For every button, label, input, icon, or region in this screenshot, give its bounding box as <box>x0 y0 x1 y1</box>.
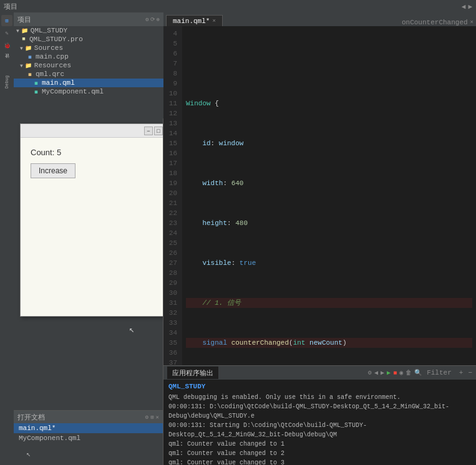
ln-29: 29 <box>163 278 180 288</box>
back-icon[interactable]: ◀ <box>374 369 378 376</box>
preview-area: − □ × Count: 5 Increase ↖ <box>14 118 163 410</box>
sources-folder-icon: 📁 <box>25 44 32 52</box>
tree-qml-qrc[interactable]: ◼ qml.qrc <box>14 70 163 79</box>
open-docs-panel: 打开文档 ⚙ ⊞ ✕ main.qml* MyComponent.qml ↖ <box>14 410 163 465</box>
ln-30: 30 <box>163 288 180 298</box>
filter-output-label[interactable]: Filter <box>427 369 452 376</box>
search-output-icon[interactable]: 🔍 <box>414 369 422 376</box>
nav-back-icon[interactable]: ◀ <box>462 2 466 11</box>
tab-main-qml-label: main.qml* <box>173 17 210 25</box>
play-icon[interactable]: ▶ <box>387 369 391 376</box>
open-docs-icon1[interactable]: ⚙ <box>145 414 148 421</box>
sidebar-project-icon[interactable]: ⊞ <box>1 15 12 26</box>
ln-33: 33 <box>163 318 180 328</box>
open-docs-icons: ⚙ ⊞ ✕ <box>145 414 159 421</box>
output-tab-app[interactable]: 应用程序输出 <box>167 367 218 379</box>
tab-main-qml-close[interactable]: × <box>212 18 215 24</box>
tree-resources-label: Resources <box>34 62 71 69</box>
code-content[interactable]: Window { id: window width: 640 height: 4… <box>182 26 476 365</box>
output-line-3: qml: Counter value changed to 1 <box>168 439 471 449</box>
camera-icon[interactable]: ◉ <box>399 369 403 376</box>
window-minimize-btn[interactable]: − <box>144 127 153 135</box>
tree-main-cpp[interactable]: ◼ main.cpp <box>14 52 163 61</box>
root-expand-arrow: ▼ <box>16 28 19 34</box>
ln-9: 9 <box>163 79 180 89</box>
tree-sources[interactable]: ▼ 📁 Sources <box>14 44 163 52</box>
tab-right-close[interactable]: × <box>470 19 474 26</box>
stop-icon[interactable]: ■ <box>393 370 397 376</box>
ln-20: 20 <box>163 188 180 198</box>
fwd-icon[interactable]: ▶ <box>381 369 384 376</box>
run-play-icon[interactable]: ⚙ <box>368 369 372 376</box>
ln-7: 7 <box>163 59 180 69</box>
editor-area: main.qml* × onCounterChanged × 4 5 6 7 8… <box>163 12 476 465</box>
sync-icon[interactable]: ⟳ <box>150 16 155 23</box>
tab-main-qml[interactable]: main.qml* × <box>166 15 223 26</box>
window-restore-btn[interactable]: □ <box>154 127 163 135</box>
ln-37: 37 <box>163 358 180 365</box>
open-docs-icon2[interactable]: ⊞ <box>150 414 153 421</box>
preview-window: − □ × Count: 5 Increase <box>20 123 163 317</box>
ln-11: 11 <box>163 98 180 108</box>
output-tabs: 应用程序输出 ⚙ ◀ ▶ ▶ ■ ◉ 🗑 🔍 Filter + − <box>163 366 476 380</box>
ln-19: 19 <box>163 178 180 188</box>
ln-17: 17 <box>163 158 180 168</box>
tree-resources[interactable]: ▼ 📁 Resources <box>14 61 163 70</box>
tree-root[interactable]: ▼ 📁 QML_STUDY <box>14 26 163 35</box>
sources-expand-arrow: ▼ <box>20 46 23 51</box>
output-content: QML_STUDY QML debugging is enabled. Only… <box>163 380 476 465</box>
ln-32: 32 <box>163 308 180 318</box>
output-tab-label: 应用程序输出 <box>172 368 213 378</box>
sidebar-edit-icon[interactable]: ✎ <box>1 27 12 39</box>
output-line-1: 00:00:131: D:\coding\QtCode\build-QML_ST… <box>168 402 471 421</box>
code-line-4 <box>186 59 472 69</box>
preview-content: Count: 5 Increase <box>21 138 163 316</box>
project-header-title: 项目 <box>17 15 31 24</box>
sidebar-debug-icon[interactable]: 🐞 <box>1 40 12 51</box>
nav-forward-icon[interactable]: ▶ <box>468 2 472 11</box>
ln-21: 21 <box>163 198 180 208</box>
ln-27: 27 <box>163 258 180 268</box>
sidebar-icons: ⊞ ✎ 🐞 设计 Debug <box>0 12 14 465</box>
ln-31: 31 <box>163 298 180 308</box>
sidebar-design-label[interactable]: 设计 <box>1 52 13 71</box>
editor-tabs: main.qml* × onCounterChanged × <box>163 12 476 26</box>
filter-icon[interactable]: ⚙ <box>145 16 148 23</box>
open-doc-main-qml[interactable]: main.qml* <box>14 423 163 433</box>
code-line-10: // 1. 信号 <box>186 298 472 308</box>
line-numbers: 4 5 6 7 8 9 10 11 12 13 14 15 16 17 18 1… <box>163 26 182 365</box>
open-docs-header: 打开文档 ⚙ ⊞ ✕ <box>14 411 163 423</box>
tab-right-section: onCounterChanged × <box>402 19 474 26</box>
code-line-6: id: window <box>186 138 472 148</box>
minus-btn[interactable]: − <box>468 369 472 376</box>
ln-23: 23 <box>163 218 180 228</box>
trash-icon[interactable]: 🗑 <box>406 369 412 376</box>
code-line-11: signal counterChanged(int newCount) <box>186 338 472 348</box>
tree-mycomponent-qml[interactable]: ◼ MyComponent.qml <box>14 87 163 96</box>
sidebar-debug-label[interactable]: Debug <box>1 72 13 91</box>
ln-8: 8 <box>163 69 180 79</box>
open-doc-mycomponent[interactable]: MyComponent.qml <box>14 433 163 443</box>
tree-main-cpp-label: main.cpp <box>36 53 69 60</box>
tree-pro-file[interactable]: ■ QML_STUDY.pro <box>14 35 163 44</box>
ln-18: 18 <box>163 168 180 178</box>
increase-button[interactable]: Increase <box>31 163 75 178</box>
oncounterchanged-tab[interactable]: onCounterChanged <box>402 19 468 26</box>
ln-6: 6 <box>163 49 180 59</box>
ln-28: 28 <box>163 268 180 278</box>
tree-main-qml[interactable]: ◼ main.qml <box>14 79 163 87</box>
code-line-9: visible: true <box>186 258 472 268</box>
ln-25: 25 <box>163 238 180 248</box>
pro-file-icon: ■ <box>20 36 27 43</box>
plus-btn[interactable]: + <box>459 369 464 376</box>
ln-4: 4 <box>163 29 180 39</box>
cursor-icon: ↖ <box>129 324 134 335</box>
open-docs-icon3[interactable]: ✕ <box>156 414 159 421</box>
ln-16: 16 <box>163 148 180 158</box>
resources-expand-arrow: ▼ <box>20 63 23 69</box>
project-header-icons: ⚙ ⟳ ⊕ <box>145 16 160 23</box>
expand-icon[interactable]: ⊕ <box>157 16 160 23</box>
output-app-name: QML_STUDY <box>168 382 471 391</box>
count-display: Count: 5 <box>31 148 163 157</box>
ln-5: 5 <box>163 39 180 49</box>
